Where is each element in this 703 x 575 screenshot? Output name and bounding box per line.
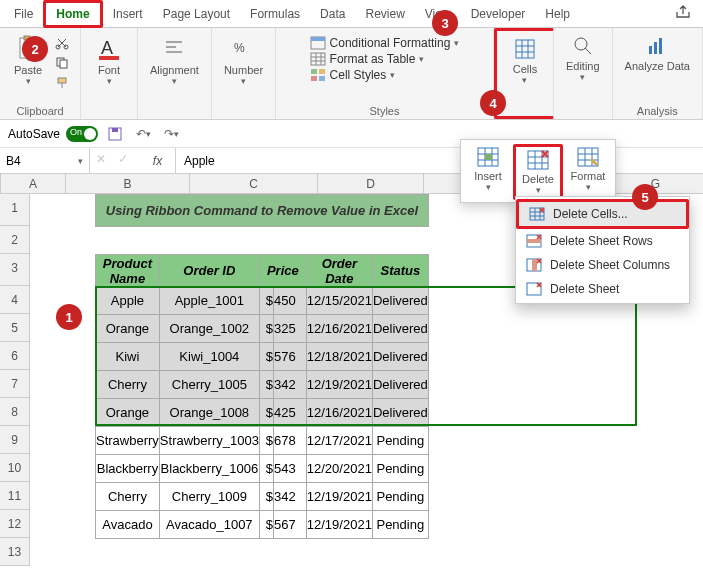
svg-rect-9 bbox=[99, 56, 119, 60]
delete-cells-button[interactable]: Delete▾ bbox=[513, 144, 563, 200]
fx-button[interactable]: fx bbox=[140, 148, 176, 173]
table-header[interactable]: Status bbox=[372, 255, 428, 287]
table-header[interactable]: Product Name bbox=[96, 255, 160, 287]
svg-rect-13 bbox=[311, 53, 325, 65]
autosave-toggle[interactable]: On bbox=[66, 126, 98, 142]
table-row[interactable]: BlackberryBlackberry_1006$54312/20/2021P… bbox=[96, 455, 429, 483]
tab-pagelayout[interactable]: Page Layout bbox=[153, 3, 240, 25]
row-header-2[interactable]: 2 bbox=[0, 226, 30, 254]
cancel-icon[interactable]: ✕ bbox=[90, 148, 112, 170]
tab-home[interactable]: Home bbox=[43, 0, 102, 28]
tab-file[interactable]: File bbox=[4, 3, 43, 25]
row-headers: 12345678910111213 bbox=[0, 194, 30, 566]
svg-rect-20 bbox=[649, 46, 652, 54]
delete-cols-menuitem[interactable]: Delete Sheet Columns bbox=[516, 253, 689, 277]
svg-rect-22 bbox=[659, 38, 662, 54]
svg-rect-7 bbox=[58, 78, 66, 83]
annotation-badge-5: 5 bbox=[632, 184, 658, 210]
column-header-B[interactable]: B bbox=[66, 174, 190, 193]
table-row[interactable]: CherryCherry_1005$34212/19/2021Delivered bbox=[96, 371, 429, 399]
svg-rect-12 bbox=[311, 37, 325, 41]
tab-developer[interactable]: Developer bbox=[461, 3, 536, 25]
sheet-title-cell[interactable]: Using Ribbon Command to Remove Value in … bbox=[96, 195, 429, 227]
annotation-badge-3: 3 bbox=[432, 10, 458, 36]
row-header-6[interactable]: 6 bbox=[0, 342, 30, 370]
cells-dropdown: Insert▾ Delete▾ Format▾ bbox=[460, 139, 616, 203]
svg-rect-18 bbox=[516, 40, 534, 58]
annotation-badge-1: 1 bbox=[56, 304, 82, 330]
table-row[interactable]: OrangeOrange_1002$32512/16/2021Delivered bbox=[96, 315, 429, 343]
group-font: AFont▾ bbox=[81, 28, 138, 119]
tab-review[interactable]: Review bbox=[355, 3, 414, 25]
row-header-12[interactable]: 12 bbox=[0, 510, 30, 538]
group-styles: Conditional Formatting ▾ Format as Table… bbox=[276, 28, 494, 119]
svg-rect-6 bbox=[60, 60, 67, 68]
annotation-badge-4: 4 bbox=[480, 90, 506, 116]
enter-icon[interactable]: ✓ bbox=[112, 148, 134, 170]
format-painter-icon[interactable] bbox=[52, 74, 72, 92]
insert-cells-button[interactable]: Insert▾ bbox=[463, 144, 513, 200]
column-header-A[interactable]: A bbox=[1, 174, 66, 193]
column-header-C[interactable]: C bbox=[190, 174, 318, 193]
svg-text:A: A bbox=[101, 38, 113, 58]
table-row[interactable]: StrawberryStrawberry_1003$67812/17/2021P… bbox=[96, 427, 429, 455]
svg-rect-26 bbox=[485, 154, 492, 160]
table-row[interactable]: KiwiKiwi_1004$57612/18/2021Delivered bbox=[96, 343, 429, 371]
row-header-11[interactable]: 11 bbox=[0, 482, 30, 510]
row-header-5[interactable]: 5 bbox=[0, 314, 30, 342]
svg-rect-17 bbox=[319, 76, 325, 81]
tab-help[interactable]: Help bbox=[535, 3, 580, 25]
redo-icon[interactable]: ↷▾ bbox=[160, 123, 182, 145]
row-header-4[interactable]: 4 bbox=[0, 286, 30, 314]
save-icon[interactable] bbox=[104, 123, 126, 145]
svg-rect-15 bbox=[319, 69, 325, 74]
row-header-7[interactable]: 7 bbox=[0, 370, 30, 398]
table-header[interactable]: Order Date bbox=[306, 255, 372, 287]
row-header-1[interactable]: 1 bbox=[0, 194, 30, 226]
cells-button[interactable]: Cells▾ bbox=[505, 35, 545, 87]
format-cells-button[interactable]: Format▾ bbox=[563, 144, 613, 200]
table-header[interactable]: Price bbox=[259, 255, 306, 287]
delete-cells-menuitem[interactable]: Delete Cells... bbox=[516, 199, 689, 229]
row-header-9[interactable]: 9 bbox=[0, 426, 30, 454]
formula-input[interactable]: Apple bbox=[176, 154, 703, 168]
row-header-8[interactable]: 8 bbox=[0, 398, 30, 426]
menu-tabs: File Home Insert Page Layout Formulas Da… bbox=[0, 0, 703, 28]
annotation-badge-2: 2 bbox=[22, 36, 48, 62]
tab-insert[interactable]: Insert bbox=[103, 3, 153, 25]
undo-icon[interactable]: ↶▾ bbox=[132, 123, 154, 145]
table-row[interactable]: AppleApple_1001$45012/15/2021Delivered bbox=[96, 287, 429, 315]
delete-sheet-menuitem[interactable]: Delete Sheet bbox=[516, 277, 689, 301]
cell-styles-button[interactable]: Cell Styles ▾ bbox=[310, 68, 396, 82]
ribbon: Paste▾ Clipboard AFont▾ Alignment▾ %Numb… bbox=[0, 28, 703, 120]
cut-icon[interactable] bbox=[52, 34, 72, 52]
editing-button[interactable]: Editing▾ bbox=[562, 32, 604, 84]
font-button[interactable]: AFont▾ bbox=[89, 32, 129, 88]
alignment-button[interactable]: Alignment▾ bbox=[146, 32, 203, 88]
row-header-10[interactable]: 10 bbox=[0, 454, 30, 482]
row-header-13[interactable]: 13 bbox=[0, 538, 30, 566]
analyze-data-button[interactable]: Analyze Data bbox=[621, 32, 694, 74]
row-header-3[interactable]: 3 bbox=[0, 254, 30, 286]
column-header-D[interactable]: D bbox=[318, 174, 424, 193]
group-alignment: Alignment▾ bbox=[138, 28, 212, 119]
svg-rect-14 bbox=[311, 69, 317, 74]
svg-rect-31 bbox=[527, 239, 541, 243]
tab-formulas[interactable]: Formulas bbox=[240, 3, 310, 25]
number-button[interactable]: %Number▾ bbox=[220, 32, 267, 88]
svg-rect-24 bbox=[112, 128, 118, 132]
share-icon[interactable] bbox=[667, 0, 699, 27]
copy-icon[interactable] bbox=[52, 54, 72, 72]
name-box[interactable]: B4▾ bbox=[0, 148, 90, 173]
tab-data[interactable]: Data bbox=[310, 3, 355, 25]
table-row[interactable]: AvacadoAvacado_1007$56712/19/2021Pending bbox=[96, 511, 429, 539]
format-as-table-button[interactable]: Format as Table ▾ bbox=[310, 52, 425, 66]
svg-rect-21 bbox=[654, 42, 657, 54]
svg-text:%: % bbox=[234, 41, 245, 55]
delete-rows-menuitem[interactable]: Delete Sheet Rows bbox=[516, 229, 689, 253]
table-row[interactable]: CherryCherry_1009$34212/19/2021Pending bbox=[96, 483, 429, 511]
group-editing: Editing▾ bbox=[554, 28, 613, 119]
conditional-formatting-button[interactable]: Conditional Formatting ▾ bbox=[310, 36, 460, 50]
table-header[interactable]: Order ID bbox=[159, 255, 259, 287]
table-row[interactable]: OrangeOrange_1008$42512/16/2021Delivered bbox=[96, 399, 429, 427]
